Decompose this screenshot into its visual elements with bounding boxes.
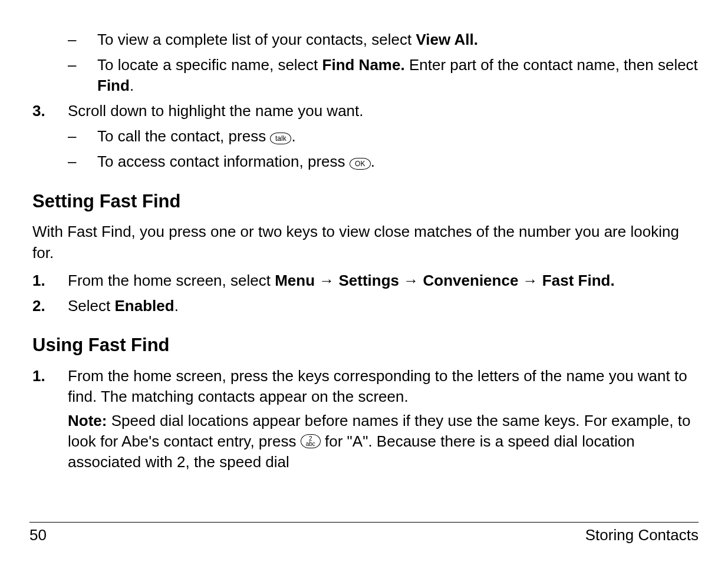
text: . xyxy=(130,77,134,94)
icon-bottom: abc xyxy=(306,441,315,447)
dash-marker: – xyxy=(68,151,97,172)
menu-path-0: Menu xyxy=(275,272,315,289)
dash-marker: – xyxy=(68,29,97,50)
sub-item-access-info: – To access contact information, press O… xyxy=(29,151,699,172)
step-3: 3. Scroll down to highlight the name you… xyxy=(29,101,699,121)
arrow-icon: → xyxy=(523,272,538,289)
menu-path-1: Settings xyxy=(339,272,400,289)
menu-path-2: Convenience xyxy=(423,272,519,289)
step-text: Scroll down to highlight the name you wa… xyxy=(68,101,699,121)
sub-item-text: To call the contact, press talk. xyxy=(97,126,699,147)
step-text: From the home screen, press the keys cor… xyxy=(68,366,699,472)
step-marker: 1. xyxy=(32,366,68,472)
arrow-icon: → xyxy=(319,272,334,289)
sub-item-call-contact: – To call the contact, press talk. xyxy=(29,126,699,147)
step-marker: 1. xyxy=(32,270,68,291)
step-text: Select Enabled. xyxy=(68,296,699,316)
dash-marker: – xyxy=(68,126,97,147)
sub-item-text: To locate a specific name, select Find N… xyxy=(97,55,699,96)
text: Select xyxy=(68,297,115,315)
sub-item-find-name: – To locate a specific name, select Find… xyxy=(29,55,699,96)
sub-item-text: To access contact information, press OK. xyxy=(97,151,699,172)
two-abc-key-icon: 2abc xyxy=(301,434,321,448)
para-fast-find-intro: With Fast Find, you press one or two key… xyxy=(29,222,699,263)
note-label: Note: xyxy=(68,412,111,429)
ok-key-icon: OK xyxy=(350,158,371,170)
text: Enter part of the contact name, then sel… xyxy=(409,56,698,74)
bold-text: Enabled xyxy=(115,297,174,315)
section-title: Storing Contacts xyxy=(585,526,699,544)
text: From the home screen, press the keys cor… xyxy=(68,366,699,407)
text: . xyxy=(291,127,295,145)
talk-key-icon: talk xyxy=(270,133,291,144)
arrow-icon: → xyxy=(403,272,419,289)
using-step-1: 1. From the home screen, press the keys … xyxy=(29,366,699,472)
text: To locate a specific name, select xyxy=(97,56,322,74)
bold-text: View All. xyxy=(416,31,478,48)
note-block: Note: Speed dial locations appear before… xyxy=(68,411,699,472)
setting-step-1: 1. From the home screen, select Menu → S… xyxy=(29,270,699,291)
text: To view a complete list of your contacts… xyxy=(97,31,416,48)
page-footer: 50 Storing Contacts xyxy=(29,522,699,544)
heading-using-fast-find: Using Fast Find xyxy=(29,333,699,358)
step-marker: 2. xyxy=(32,296,68,316)
text: To access contact information, press xyxy=(97,153,350,170)
sub-item-text: To view a complete list of your contacts… xyxy=(97,29,699,50)
text: . xyxy=(174,297,179,315)
bold-text: Find Name. xyxy=(322,56,409,74)
page-number: 50 xyxy=(29,526,47,544)
text: From the home screen, select xyxy=(68,272,275,289)
setting-step-2: 2. Select Enabled. xyxy=(29,296,699,316)
bold-text: Find xyxy=(97,77,130,94)
sub-item-view-all: – To view a complete list of your contac… xyxy=(29,29,699,50)
text: . xyxy=(371,153,375,170)
dash-marker: – xyxy=(68,55,97,96)
text: To call the contact, press xyxy=(97,127,270,145)
step-marker: 3. xyxy=(32,101,68,121)
heading-setting-fast-find: Setting Fast Find xyxy=(29,189,699,214)
menu-path-3: Fast Find. xyxy=(542,272,615,289)
step-text: From the home screen, select Menu → Sett… xyxy=(68,270,699,291)
